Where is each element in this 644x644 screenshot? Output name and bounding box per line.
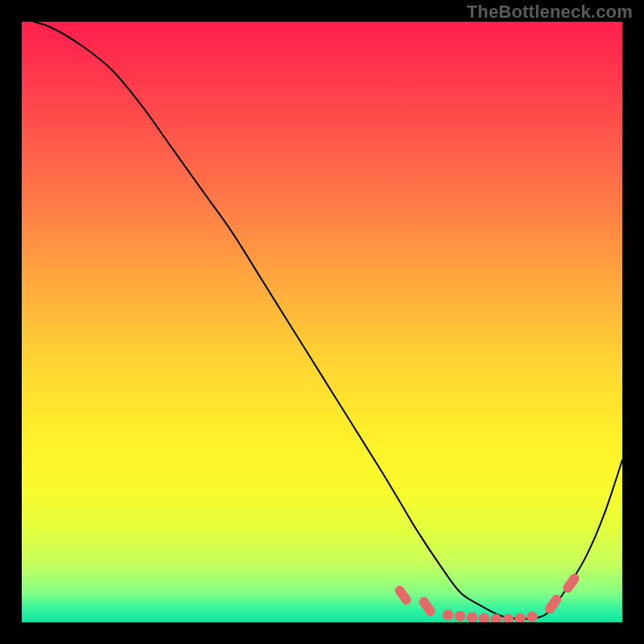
valley-marker-dot [455,611,465,621]
chart-frame: TheBottleneck.com [0,0,644,644]
plot-area [22,22,622,622]
valley-marker-dot [503,614,514,622]
valley-marker-pill [543,593,564,616]
valley-marker-dot [526,612,537,622]
valley-marker-pill [393,584,413,606]
valley-marker-dot [443,609,453,620]
valley-marker-pill [417,595,437,617]
valley-marker-dot [479,613,489,622]
curve-path [34,22,622,619]
chart-overlay [22,22,622,622]
attribution-text: TheBottleneck.com [467,2,633,23]
valley-marker-dot [467,612,477,622]
valley-marker-dot [515,613,526,622]
